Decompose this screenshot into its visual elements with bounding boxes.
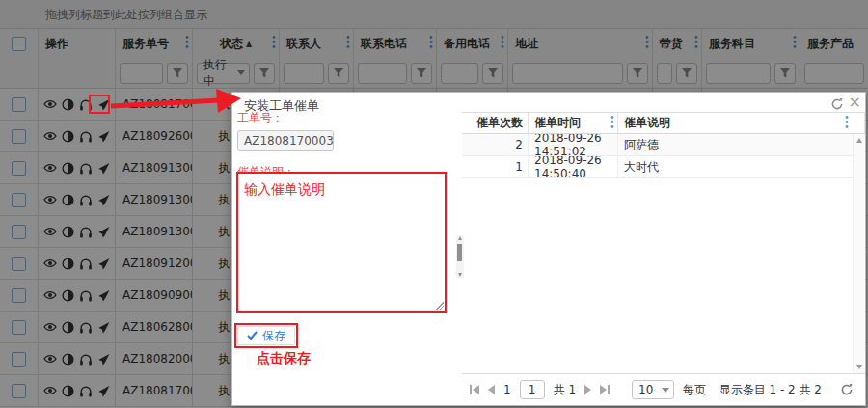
refresh-icon[interactable] — [840, 383, 854, 396]
history-scrollbar[interactable] — [853, 134, 865, 373]
reminder-desc-cell: 大时代 — [618, 156, 865, 177]
prev-page-button[interactable] — [488, 385, 495, 394]
header-reminder-desc[interactable]: 催单说明 — [618, 113, 865, 133]
reminder-dialog: 安装工单催单 × 工单号： AZ1808170003 催单说明： 输入催单说明 … — [231, 92, 866, 406]
pager-info: 显示条目 1 - 2 共 2 — [719, 382, 822, 398]
per-page-label: 每页 — [683, 382, 706, 398]
save-annotation-box: 保存 — [234, 323, 298, 348]
header-reminder-time[interactable]: 催单时间 — [529, 113, 618, 133]
page-size-dropdown[interactable]: 10 — [632, 380, 674, 399]
refresh-icon[interactable] — [830, 97, 844, 111]
page-input[interactable] — [520, 380, 545, 399]
reminder-count-cell: 1 — [462, 156, 529, 177]
resize-handle[interactable] — [436, 302, 444, 310]
desc-annotation-text: 输入催单说明 — [238, 174, 445, 199]
history-header-row: 催单次数 催单时间 催单说明 — [462, 113, 865, 134]
click-save-annotation: 点击保存 — [257, 350, 311, 367]
order-no-label: 工单号： — [237, 110, 462, 126]
column-menu-icon[interactable] — [845, 115, 849, 131]
reminder-time-cell: 2018-09-26 14:51:02 — [529, 134, 618, 155]
close-icon[interactable]: × — [849, 94, 861, 111]
check-icon — [247, 331, 258, 340]
order-no-field[interactable]: AZ1808170003 — [237, 130, 334, 151]
history-body: 2 2018-09-26 14:51:02 阿萨德 1 2018-09-26 1… — [462, 134, 865, 178]
reminder-desc-cell: 阿萨德 — [618, 134, 865, 155]
pagination-bar: 1 共 1 10 每页 显示条目 1 - 2 共 2 — [462, 373, 865, 405]
last-page-button[interactable] — [600, 385, 610, 394]
chevron-down-icon — [662, 388, 669, 393]
reminder-form: 工单号： AZ1808170003 催单说明： 输入催单说明 保存 点击保存 — [232, 110, 462, 405]
total-pages-label: 共 1 — [554, 382, 576, 398]
reminder-history: 催单次数 催单时间 催单说明 2 2018-09-26 14:51:02 阿萨德… — [462, 112, 865, 405]
next-page-button[interactable] — [584, 385, 591, 394]
first-page-button[interactable] — [470, 385, 479, 394]
reminder-desc-textarea[interactable]: 输入催单说明 — [236, 172, 447, 313]
column-menu-icon[interactable] — [610, 115, 614, 131]
scroll-up-icon[interactable] — [856, 138, 862, 143]
history-row: 1 2018-09-26 14:50:40 大时代 — [462, 156, 865, 178]
scroll-down-icon[interactable] — [856, 365, 862, 369]
history-row: 2 2018-09-26 14:51:02 阿萨德 — [462, 134, 865, 156]
save-button[interactable]: 保存 — [237, 326, 295, 345]
reminder-time-cell: 2018-09-26 14:50:40 — [529, 156, 618, 177]
header-reminder-count: 催单次数 — [462, 113, 529, 133]
reminder-count-cell: 2 — [462, 134, 529, 155]
screen: 拖拽列标题到此处按列组合显示 操作 服务单号 状态▲ 联系人 联系电话 备用电话… — [0, 0, 868, 408]
page-number-button[interactable]: 1 — [503, 383, 511, 396]
